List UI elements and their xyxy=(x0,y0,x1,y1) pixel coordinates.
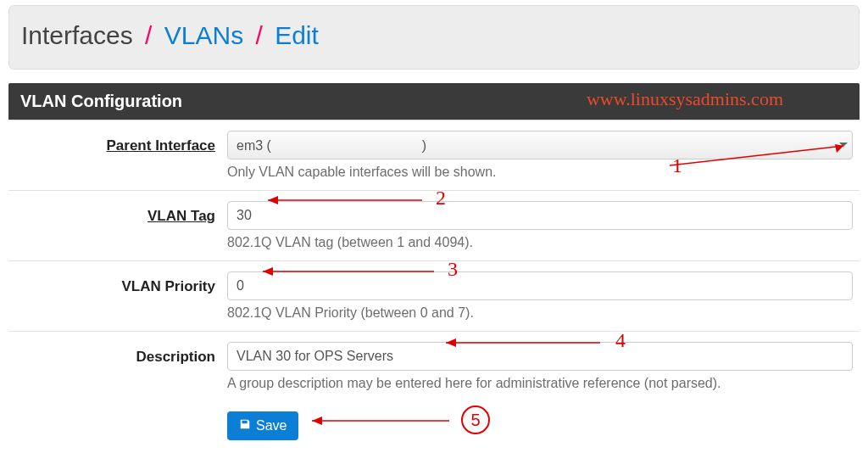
breadcrumb-sep-2: / xyxy=(255,21,262,49)
save-icon xyxy=(239,418,251,433)
row-vlan-priority: VLAN Priority 802.1Q VLAN Priority (betw… xyxy=(8,260,860,331)
breadcrumb-bar: Interfaces / VLANs / Edit xyxy=(8,5,860,70)
watermark-text: www.linuxsysadmins.com xyxy=(587,88,783,110)
save-button-label: Save xyxy=(256,418,287,433)
label-description: Description xyxy=(15,342,227,366)
help-vlan-priority: 802.1Q VLAN Priority (between 0 and 7). xyxy=(227,305,853,321)
panel-header: VLAN Configuration www.linuxsysadmins.co… xyxy=(8,83,860,120)
label-vlan-tag: VLAN Tag xyxy=(15,201,227,225)
parent-interface-select[interactable]: em3 ( ) xyxy=(227,131,853,159)
help-vlan-tag: 802.1Q VLAN tag (between 1 and 4094). xyxy=(227,235,853,250)
breadcrumb-link-edit[interactable]: Edit xyxy=(275,21,319,49)
row-description: Description A group description may be e… xyxy=(8,331,860,401)
help-description: A group description may be entered here … xyxy=(227,376,853,391)
row-parent-interface: Parent Interface em3 ( ) Only VLAN capab… xyxy=(8,120,860,190)
row-vlan-tag: VLAN Tag 802.1Q VLAN tag (between 1 and … xyxy=(8,190,860,260)
button-row: Save xyxy=(8,401,860,453)
parent-interface-select-wrap: em3 ( ) xyxy=(227,131,853,159)
breadcrumb-sep-1: / xyxy=(145,21,152,49)
label-parent-interface: Parent Interface xyxy=(15,131,227,154)
help-parent-interface: Only VLAN capable interfaces will be sho… xyxy=(227,165,853,180)
panel-title: VLAN Configuration xyxy=(20,92,182,110)
panel: VLAN Configuration www.linuxsysadmins.co… xyxy=(8,83,860,453)
label-vlan-priority: VLAN Priority xyxy=(15,271,227,295)
breadcrumb-root: Interfaces xyxy=(21,21,133,49)
vlan-tag-input[interactable] xyxy=(227,201,853,230)
save-button[interactable]: Save xyxy=(227,411,298,440)
vlan-priority-input[interactable] xyxy=(227,271,853,300)
description-input[interactable] xyxy=(227,342,853,371)
breadcrumb-link-vlans[interactable]: VLANs xyxy=(164,21,243,49)
breadcrumb: Interfaces / VLANs / Edit xyxy=(21,21,847,50)
